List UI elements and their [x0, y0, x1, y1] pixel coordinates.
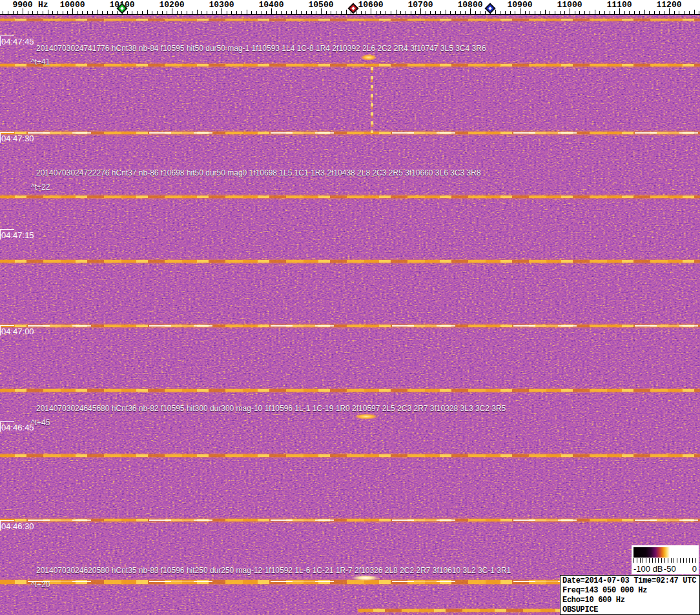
freq-tick	[63, 11, 63, 14]
timing-line-bright-core	[0, 325, 700, 327]
freq-tick	[227, 11, 227, 14]
colorbar-gradient	[633, 547, 696, 558]
freq-tick	[301, 11, 302, 14]
time-tick-label: 04:47:45	[0, 35, 34, 46]
freq-tick	[117, 11, 118, 14]
detection-annotation: 20140703024741776 hCnt38 nb-84 f10595 hi…	[36, 44, 486, 53]
time-tick-mark	[0, 520, 14, 521]
colorbar-labels: -100 dB -50 0	[632, 564, 699, 574]
freq-tick	[575, 11, 575, 14]
freq-tick	[87, 11, 88, 14]
colorbar-tick	[664, 558, 665, 563]
freq-tick	[535, 11, 535, 14]
freq-tick	[430, 11, 431, 14]
freq-tick	[485, 11, 486, 14]
colorbar-min-label: -100 dB	[633, 564, 663, 574]
freq-tick	[639, 11, 640, 14]
time-tick-label: 04:47:00	[0, 325, 34, 336]
freq-tick	[365, 11, 366, 14]
colorbar-tick	[677, 558, 677, 563]
freq-tick	[231, 11, 232, 14]
freq-tick	[391, 11, 391, 14]
colorbar-tick	[686, 558, 687, 563]
freq-tick	[98, 10, 98, 14]
colorbar-mid-label: -50	[664, 564, 676, 574]
freq-tick	[92, 11, 93, 14]
freq-tick	[251, 11, 252, 14]
station-info-box: Date=2014-07-03 Time=02:47 UTC Freq=143 …	[560, 575, 700, 615]
freq-tick-label: 11000	[547, 0, 592, 10]
freq-tick-label: 10500	[298, 0, 344, 10]
freq-tick	[406, 11, 406, 14]
colorbar-max-label: 0	[692, 564, 697, 574]
freq-tick-label: 11200	[646, 0, 692, 10]
freq-tick	[57, 11, 58, 14]
freq-tick	[654, 11, 655, 14]
time-label-text: 04:47:30	[0, 132, 34, 143]
freq-tick	[201, 11, 202, 14]
time-tick-mark-vertical	[0, 520, 1, 530]
freq-tick	[276, 11, 277, 14]
timing-line	[0, 64, 700, 66]
detection-annotation: 20140703024722276 hCnt37 nb-86 f10698 hi…	[36, 168, 481, 177]
freq-tick	[331, 11, 331, 14]
info-date-line: Date=2014-07-03 Time=02:47 UTC	[562, 576, 699, 586]
freq-tick	[510, 11, 511, 14]
freq-tick	[17, 11, 18, 14]
freq-tick	[649, 11, 650, 14]
freq-tick	[380, 11, 381, 14]
freq-tick	[679, 11, 679, 14]
freq-tick	[426, 11, 426, 14]
freq-tick	[465, 11, 466, 14]
freq-tick	[674, 11, 675, 14]
freq-tick	[142, 11, 143, 14]
freq-tick	[555, 11, 555, 14]
info-observatory-line: OBSUPICE	[562, 605, 699, 615]
freq-tick	[684, 11, 685, 14]
colorbar-tick	[633, 558, 634, 563]
freq-tick	[446, 10, 446, 14]
time-tick-mark-vertical	[0, 35, 1, 46]
freq-tick	[216, 11, 217, 14]
freq-tick	[361, 11, 362, 14]
time-tick-mark	[0, 229, 14, 230]
freq-tick	[614, 11, 615, 14]
freq-tick	[181, 11, 182, 14]
freq-tick	[599, 11, 600, 14]
colorbar-tick	[649, 558, 650, 563]
freq-tick	[157, 11, 158, 14]
freq-tick-label: 10300	[199, 0, 244, 10]
colorbar-tick	[637, 558, 637, 563]
freq-tick	[311, 11, 312, 14]
freq-tick	[525, 11, 526, 14]
freq-tick	[376, 11, 376, 14]
time-tick-mark	[0, 325, 14, 326]
noise-texture	[0, 14, 700, 615]
freq-tick	[475, 11, 476, 14]
freq-tick	[326, 11, 327, 14]
detection-annotation: 20140703024645680 hCnt36 nb-82 f10595 hi…	[36, 404, 506, 413]
freq-tick	[564, 11, 565, 14]
freq-tick-label: 10900	[497, 0, 542, 10]
colorbar-tick	[668, 558, 668, 563]
frequency-axis: Hz 9900100001010010200103001040010500106…	[0, 0, 700, 15]
freq-tick	[450, 11, 451, 14]
freq-tick	[286, 11, 287, 14]
colorbar-tick	[640, 558, 641, 563]
freq-tick-label: 10400	[249, 0, 294, 10]
colorbar-tick	[683, 558, 684, 563]
freq-tick	[460, 11, 461, 14]
freq-tick	[28, 11, 28, 14]
time-tick-mark-vertical	[0, 421, 1, 432]
timing-line	[0, 196, 700, 198]
time-tick-mark-vertical	[0, 229, 1, 239]
colorbar-tick	[655, 558, 656, 563]
freq-tick	[262, 11, 262, 14]
timing-line-bright-core	[0, 519, 700, 521]
freq-tick	[67, 11, 68, 14]
freq-tick	[296, 10, 297, 14]
freq-tick	[281, 11, 282, 14]
timing-line	[0, 519, 700, 521]
time-tick-mark-vertical	[0, 132, 1, 143]
freq-tick	[415, 11, 416, 14]
